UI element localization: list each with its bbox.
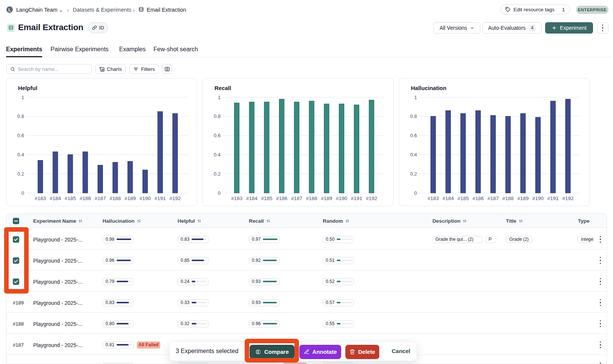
svg-text:#190: #190	[532, 196, 544, 201]
svg-text:#189: #189	[124, 196, 136, 201]
svg-text:1: 1	[414, 95, 417, 100]
svg-text:#184: #184	[50, 196, 61, 201]
svg-text:0.6: 0.6	[17, 133, 24, 138]
svg-text:0.8: 0.8	[17, 113, 24, 119]
svg-text:#185: #185	[64, 196, 76, 201]
svg-text:0.8: 0.8	[214, 113, 221, 119]
svg-text:#185: #185	[457, 196, 469, 201]
svg-text:#186: #186	[80, 196, 91, 201]
svg-text:#188: #188	[503, 196, 514, 201]
svg-text:0.2: 0.2	[17, 171, 24, 177]
svg-text:#188: #188	[110, 196, 121, 201]
svg-text:#190: #190	[336, 196, 347, 201]
svg-text:0.4: 0.4	[410, 152, 417, 158]
svg-text:#191: #191	[155, 196, 166, 201]
svg-text:0: 0	[414, 190, 417, 196]
svg-text:#192: #192	[169, 196, 181, 201]
svg-text:Recall: Recall	[215, 85, 231, 91]
svg-text:#183: #183	[428, 196, 439, 201]
svg-text:#190: #190	[139, 196, 151, 201]
svg-text:0.8: 0.8	[410, 113, 417, 119]
svg-text:0.4: 0.4	[214, 152, 221, 158]
svg-text:#192: #192	[366, 196, 377, 201]
svg-text:#192: #192	[562, 196, 573, 201]
svg-text:#191: #191	[351, 196, 362, 201]
svg-text:0: 0	[21, 190, 24, 196]
svg-text:#187: #187	[291, 196, 302, 201]
svg-text:0.6: 0.6	[410, 133, 417, 138]
svg-text:1: 1	[21, 95, 24, 100]
svg-text:#187: #187	[95, 196, 106, 201]
svg-text:#183: #183	[231, 196, 242, 201]
svg-text:0.2: 0.2	[410, 171, 417, 177]
svg-text:0: 0	[218, 190, 221, 196]
svg-text:#184: #184	[246, 196, 258, 201]
svg-text:1: 1	[218, 95, 221, 100]
svg-text:0.4: 0.4	[17, 152, 24, 158]
svg-text:#187: #187	[487, 196, 499, 201]
svg-text:#189: #189	[517, 196, 529, 201]
svg-text:0.6: 0.6	[214, 133, 221, 138]
svg-text:#186: #186	[276, 196, 287, 201]
svg-text:#183: #183	[35, 196, 46, 201]
svg-text:Hallucination: Hallucination	[411, 85, 446, 91]
svg-text:#189: #189	[321, 196, 332, 201]
svg-text:0.2: 0.2	[214, 171, 221, 177]
svg-text:#188: #188	[306, 196, 317, 201]
svg-text:#191: #191	[547, 196, 559, 201]
svg-text:#185: #185	[261, 196, 272, 201]
svg-text:#184: #184	[443, 196, 454, 201]
svg-text:#186: #186	[472, 196, 484, 201]
svg-text:Helpful: Helpful	[18, 85, 37, 91]
